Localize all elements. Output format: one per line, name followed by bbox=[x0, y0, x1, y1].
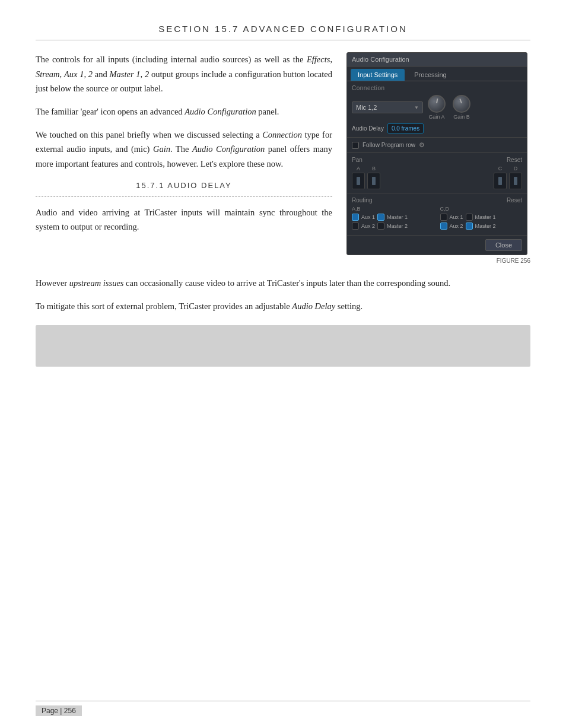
aux2-cd-label: Aux 2 bbox=[450, 223, 463, 229]
gear-icon[interactable]: ⚙ bbox=[419, 141, 425, 149]
pan-ch-c-label: C bbox=[498, 166, 503, 171]
pan-slider-b[interactable] bbox=[367, 173, 380, 189]
follow-label: Follow Program row bbox=[363, 142, 415, 148]
connection-label: Connection bbox=[352, 85, 522, 91]
pan-slider-a[interactable] bbox=[352, 173, 365, 189]
master1-cd-checkbox[interactable] bbox=[466, 214, 473, 221]
pan-sliders-row: A B bbox=[352, 166, 522, 189]
body-para-2: The familiar 'gear' icon opens an advanc… bbox=[36, 104, 332, 119]
master2-cd-label: Master 2 bbox=[475, 223, 496, 229]
input-dropdown[interactable]: Mic 1,2 ▼ bbox=[352, 101, 423, 113]
tabs-row: Input Settings Processing bbox=[347, 66, 527, 81]
aux1-cd-label: Aux 1 bbox=[450, 214, 463, 220]
pan-slider-c[interactable] bbox=[494, 173, 507, 189]
gray-content-box bbox=[36, 325, 530, 367]
pan-reset-button[interactable]: Reset bbox=[507, 157, 522, 163]
pan-channel-d: D bbox=[509, 166, 522, 189]
delay-para-1: Audio and video arriving at TriCaster in… bbox=[36, 205, 332, 234]
routing-row-aux1-ab: Aux 1 Master 1 bbox=[352, 214, 434, 221]
aux2-ab-checkbox[interactable] bbox=[352, 222, 359, 230]
pan-label: Pan bbox=[352, 157, 363, 163]
gain-a-knob-container: Gain A bbox=[428, 95, 446, 120]
gain-b-knob-container: Gain B bbox=[453, 95, 470, 120]
audio-delay-label: Audio Delay bbox=[352, 125, 384, 132]
pan-ch-b-label: B bbox=[372, 166, 376, 171]
master2-cd-checkbox[interactable] bbox=[466, 222, 473, 230]
gain-a-label: Gain A bbox=[428, 114, 444, 120]
connection-row: Mic 1,2 ▼ Gain A Gain B bbox=[352, 95, 522, 120]
routing-section: Routing Reset A,B Aux 1 Master 1 bbox=[347, 193, 527, 236]
subsection-heading: 15.7.1 AUDIO DELAY bbox=[36, 179, 332, 196]
aux1-ab-checkbox[interactable] bbox=[352, 214, 359, 221]
pan-channel-c: C bbox=[494, 166, 507, 189]
aux2-ab-label: Aux 2 bbox=[361, 223, 375, 229]
text-column: The controls for all inputs (including i… bbox=[36, 52, 332, 264]
pan-fill-c bbox=[498, 177, 502, 185]
close-button[interactable]: Close bbox=[485, 239, 522, 251]
aux1-cd-checkbox[interactable] bbox=[440, 214, 447, 221]
pan-ch-a-label: A bbox=[357, 166, 360, 171]
gain-a-knob[interactable] bbox=[428, 95, 446, 113]
routing-label: Routing bbox=[352, 197, 372, 204]
pan-group-ab: A B bbox=[352, 166, 380, 189]
body-para-1: The controls for all inputs (including i… bbox=[36, 52, 332, 96]
dropdown-value: Mic 1,2 bbox=[356, 104, 377, 111]
routing-row-aux2-cd: Aux 2 Master 2 bbox=[440, 222, 523, 230]
footer-line: Page | 256 bbox=[36, 701, 530, 716]
follow-checkbox[interactable] bbox=[352, 142, 359, 149]
pan-channel-b: B bbox=[367, 166, 380, 189]
pan-group-cd: C D bbox=[494, 166, 522, 189]
delay-para-full-2: To mitigate this sort of external proble… bbox=[36, 299, 530, 314]
pan-fill-a bbox=[357, 177, 360, 185]
section-heading: SECTION 15.7 ADVANCED CONFIGURATION bbox=[36, 24, 530, 40]
gain-b-knob[interactable] bbox=[453, 95, 470, 113]
routing-cols: A,B Aux 1 Master 1 Aux 2 bbox=[352, 206, 522, 231]
routing-ab-label: A,B bbox=[352, 206, 434, 212]
knobs-group: Gain A Gain B bbox=[428, 95, 470, 120]
pan-channel-a: A bbox=[352, 166, 365, 189]
dropdown-arrow-icon: ▼ bbox=[414, 105, 419, 110]
figure-caption: FIGURE 256 bbox=[346, 257, 530, 264]
pan-slider-d[interactable] bbox=[509, 173, 522, 189]
pan-header: Pan Reset bbox=[352, 157, 522, 163]
master1-ab-label: Master 1 bbox=[387, 214, 408, 220]
page-badge: Page | 256 bbox=[36, 705, 82, 716]
audio-config-panel: Audio Configuration Input Settings Proce… bbox=[346, 52, 527, 255]
routing-col-cd: C,D Aux 1 Master 1 Aux 2 bbox=[440, 206, 523, 231]
routing-cd-label: C,D bbox=[440, 206, 523, 212]
routing-row-aux1-cd: Aux 1 Master 1 bbox=[440, 214, 523, 221]
master1-cd-label: Master 1 bbox=[475, 214, 496, 220]
pan-ch-d-label: D bbox=[514, 166, 518, 171]
connection-section: Connection Mic 1,2 ▼ Gain A bbox=[347, 81, 527, 138]
tab-input-settings[interactable]: Input Settings bbox=[351, 69, 405, 81]
body-para-3: We touched on this panel briefly when we… bbox=[36, 128, 332, 171]
aux1-ab-label: Aux 1 bbox=[361, 214, 375, 220]
routing-header: Routing Reset bbox=[352, 197, 522, 204]
pan-section: Pan Reset A B bbox=[347, 153, 527, 193]
aux2-cd-checkbox[interactable] bbox=[440, 222, 447, 230]
delay-para-full-1: However upstream issues can occasionally… bbox=[36, 276, 530, 291]
master2-ab-checkbox[interactable] bbox=[377, 222, 384, 230]
audio-delay-value[interactable]: 0.0 frames bbox=[387, 123, 424, 133]
panel-title: Audio Configuration bbox=[347, 53, 527, 66]
page-footer: Page | 256 bbox=[0, 701, 566, 716]
delay-row: Audio Delay 0.0 frames bbox=[352, 123, 522, 133]
tab-processing[interactable]: Processing bbox=[407, 69, 453, 81]
master2-ab-label: Master 2 bbox=[387, 223, 408, 229]
routing-row-aux2-ab: Aux 2 Master 2 bbox=[352, 222, 434, 230]
pan-fill-b bbox=[372, 177, 376, 185]
figure-column: Audio Configuration Input Settings Proce… bbox=[346, 52, 530, 264]
follow-row: Follow Program row ⚙ bbox=[347, 138, 527, 153]
master1-ab-checkbox[interactable] bbox=[377, 214, 384, 221]
pan-fill-d bbox=[514, 177, 517, 185]
close-row: Close bbox=[347, 236, 527, 255]
routing-reset-button[interactable]: Reset bbox=[507, 197, 522, 204]
gain-b-label: Gain B bbox=[453, 114, 470, 120]
routing-col-ab: A,B Aux 1 Master 1 Aux 2 bbox=[352, 206, 434, 231]
